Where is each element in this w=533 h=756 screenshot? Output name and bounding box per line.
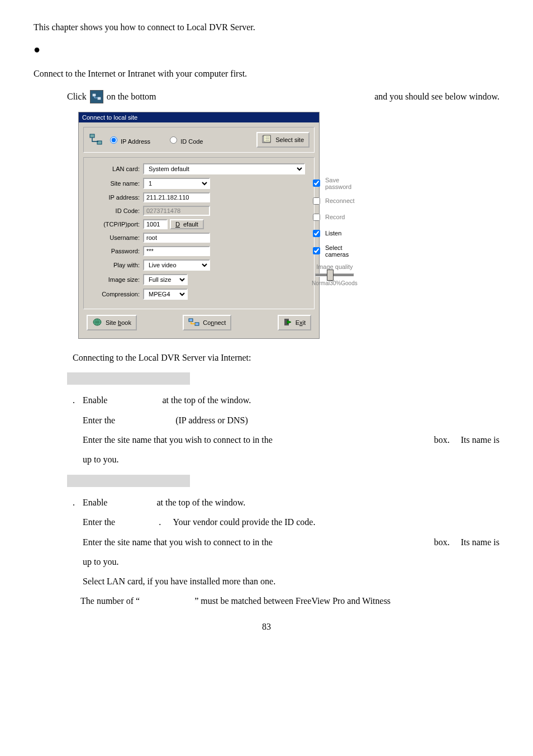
image-quality-label: Image quality	[311, 263, 359, 270]
intro-text: This chapter shows you how to connect to…	[34, 22, 499, 32]
radio-ip-address[interactable]: IP Address	[107, 135, 150, 145]
listen-checkbox[interactable]: Listen	[311, 228, 359, 239]
network-icon	[88, 132, 104, 148]
page-number: 83	[34, 622, 499, 632]
book-icon	[92, 318, 102, 328]
click-prefix: Click	[67, 89, 87, 105]
match-note-a: The number of “	[80, 596, 140, 606]
port-input[interactable]	[143, 219, 168, 229]
exit-button[interactable]: Exit	[278, 315, 311, 330]
svg-rect-2	[90, 134, 94, 138]
list-dot: .	[73, 395, 75, 405]
save-password-checkbox[interactable]: Save password	[311, 177, 359, 190]
connecting-caption: Connecting to the Local DVR Server via I…	[73, 350, 499, 366]
upto-a: up to you.	[83, 450, 499, 469]
enter-b-dot: .	[159, 517, 161, 527]
lan-card-label: LAN card:	[89, 166, 143, 172]
sitebox-b2: box.	[434, 532, 450, 552]
svg-rect-10	[189, 319, 193, 322]
sitebox-a3: Its name is	[461, 430, 499, 450]
slider-right-label: Goods	[341, 280, 357, 286]
dialog-title: Connect to local site	[79, 112, 319, 122]
compression-select[interactable]: MPEG4	[143, 289, 188, 300]
site-book-button[interactable]: Site book	[87, 315, 137, 330]
sitebox-b1: Enter the site name that you wish to con…	[83, 532, 273, 552]
radio-id-code[interactable]: ID Code	[167, 135, 203, 145]
step1-text: Connect to the Internet or Intranet with…	[34, 66, 499, 82]
bullet-icon: ●	[34, 44, 40, 55]
slider-left-label: Normal	[312, 280, 330, 286]
play-with-select[interactable]: Live video	[143, 259, 210, 271]
click-suffix: and you should see below window.	[374, 89, 499, 105]
svg-rect-11	[195, 323, 199, 325]
enable-text-a1: Enable	[83, 395, 107, 405]
section-bar-2	[67, 475, 190, 487]
record-checkbox[interactable]: Record	[311, 212, 359, 223]
select-site-button[interactable]: Select site	[256, 132, 310, 148]
ip-address-label: IP address:	[89, 194, 143, 201]
click-mid: on the bottom	[107, 89, 156, 105]
enable-text-a2: at the top of the window.	[162, 395, 251, 405]
site-name-select[interactable]: 1	[143, 178, 210, 189]
dialog-top-panel: IP Address ID Code Select site	[83, 127, 315, 153]
enter-b1: Enter the	[83, 517, 115, 527]
enter-a1: Enter the	[83, 415, 115, 425]
username-input[interactable]	[143, 233, 210, 243]
slider-thumb[interactable]	[327, 270, 334, 281]
upto-b: up to you.	[83, 552, 499, 571]
ip-address-input[interactable]	[143, 192, 210, 202]
id-code-label: ID Code:	[89, 207, 143, 214]
id-code-input	[143, 206, 210, 216]
enable-b1: Enable	[83, 498, 107, 507]
list-dot-2: .	[73, 498, 75, 507]
lan-card-select[interactable]: System default	[143, 163, 305, 174]
connect-icon	[188, 318, 199, 328]
username-label: Username:	[89, 234, 143, 241]
enter-a2: (IP address or DNS)	[175, 415, 248, 425]
enter-b2: Your vendor could provide the ID code.	[173, 517, 316, 527]
connect-button[interactable]: Connect	[183, 315, 231, 330]
svg-marker-13	[287, 320, 291, 324]
site-name-label: Site name:	[89, 180, 143, 187]
password-input[interactable]	[143, 246, 210, 256]
svg-rect-0	[93, 94, 96, 96]
play-with-label: Play with:	[89, 262, 143, 268]
slider-mid-label: 30%	[330, 280, 341, 286]
image-size-select[interactable]: Full size	[143, 274, 188, 285]
match-note-b: ” must be matched between FreeView Pro a…	[194, 596, 391, 606]
image-quality-slider[interactable]: Image quality Normal 30% Goods	[311, 263, 359, 286]
sitebox-a2: box.	[434, 430, 450, 450]
password-label: Password:	[89, 248, 143, 254]
lan-select-note: Select LAN card, if you have installed m…	[83, 571, 499, 591]
connect-toolbar-icon	[90, 90, 103, 103]
sitebox-b3: Its name is	[461, 532, 499, 552]
compression-label: Compression:	[89, 291, 143, 297]
reconnect-checkbox[interactable]: Reconnect	[311, 196, 359, 206]
image-size-label: Image size:	[89, 276, 143, 283]
enable-b2: at the top of the window.	[156, 498, 245, 507]
sitebook-icon	[262, 135, 272, 145]
connect-dialog: Connect to local site IP Address ID Code…	[78, 112, 320, 339]
default-port-button[interactable]: Default	[170, 219, 204, 229]
section-bar-1	[67, 372, 190, 385]
exit-icon	[283, 318, 292, 328]
sitebox-a1: Enter the site name that you wish to con…	[83, 430, 273, 450]
select-cameras-checkbox[interactable]: Select cameras	[311, 244, 359, 258]
port-label: (TCP/IP)port:	[89, 221, 143, 228]
